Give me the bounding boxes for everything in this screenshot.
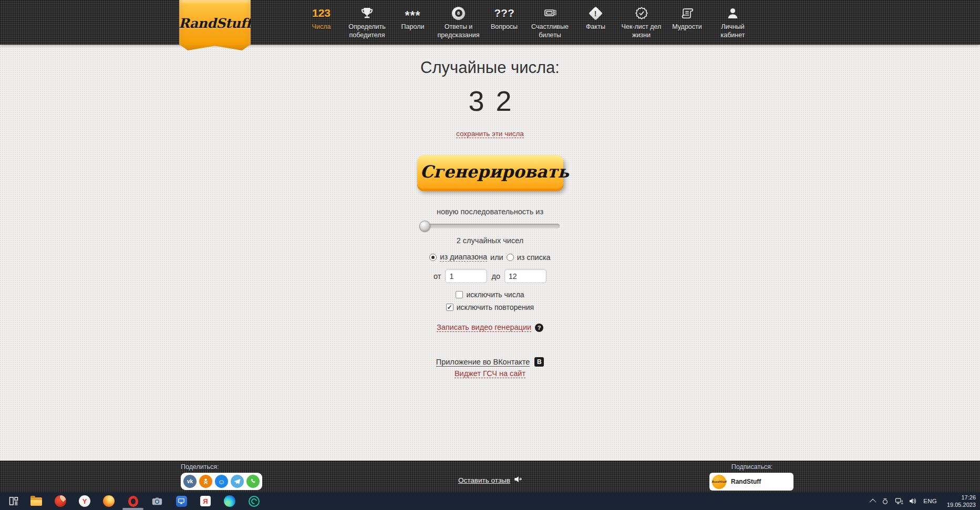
volume-icon[interactable] <box>908 495 917 507</box>
nav-item-wisdom[interactable]: Мудрости <box>664 0 710 45</box>
nav-label-tickets: Счастливые билеты <box>527 23 573 39</box>
exclude-repeats-label[interactable]: исключить повторения <box>457 303 534 311</box>
exclude-numbers-row: исключить числа <box>456 290 524 299</box>
range-radio[interactable] <box>429 254 437 261</box>
page-title: Случайные числа: <box>420 58 560 77</box>
randstuff-logo-icon: RandStuff <box>712 475 726 489</box>
to-label: до <box>491 272 500 280</box>
site-footer: Поделиться: vk ☺ Оставить отзыв <box>0 461 980 493</box>
download-manager-icon[interactable] <box>242 492 266 510</box>
start-button[interactable] <box>3 492 24 510</box>
share-label: Поделиться: <box>181 463 262 471</box>
nav-item-passwords[interactable]: *** Пароли <box>390 0 436 45</box>
generated-number-1: 3 <box>468 85 484 117</box>
firefox-icon[interactable] <box>97 492 121 510</box>
nav-label-winner: Определить победителя <box>344 23 390 39</box>
list-radio-label[interactable]: из списка <box>517 253 551 262</box>
subscribe-widget-name: RandStuff <box>731 478 761 485</box>
slider-track[interactable] <box>420 224 560 228</box>
yandex-browser-icon[interactable]: Y <box>73 492 97 510</box>
scroll-icon <box>680 5 694 22</box>
nav-item-numbers[interactable]: 123 Числа <box>298 0 344 45</box>
from-input[interactable] <box>445 269 487 283</box>
trophy-icon <box>360 5 374 22</box>
nav-item-facts[interactable]: ! Факты <box>573 0 618 45</box>
yandex-icon[interactable]: Я <box>193 492 218 510</box>
list-radio[interactable] <box>507 254 514 261</box>
nav-label-wisdom: Мудрости <box>672 23 702 32</box>
source-radio-group: из диапазона или из списка <box>429 253 550 262</box>
nav-item-answers[interactable]: 8 Ответы и предсказания <box>436 0 481 45</box>
count-caption: 2 случайных чисел <box>457 236 523 245</box>
main-content: Случайные числа: 3 2 сохранить эти числа… <box>0 45 980 461</box>
exclamation-diamond-icon: ! <box>589 6 603 20</box>
nav-item-account[interactable]: Личный кабинет <box>710 0 756 45</box>
generated-number-2: 2 <box>496 85 512 117</box>
exclude-repeats-row: исключить повторения <box>446 303 534 311</box>
slider-knob[interactable] <box>419 221 430 232</box>
taskbar-apps: Y Я <box>0 492 266 510</box>
nav-label-checklist: Чек-лист дел жизни <box>618 23 664 39</box>
nav-item-winner[interactable]: Определить победителя <box>344 0 390 45</box>
tray-expand-chevron[interactable] <box>870 498 876 505</box>
opera-icon[interactable] <box>121 492 145 510</box>
file-explorer-icon[interactable] <box>24 492 48 510</box>
feedback-link[interactable]: Оставить отзыв <box>458 476 510 484</box>
taskbar: Y Я ENG 17:26 <box>0 492 980 510</box>
subscribe-block: Подписаться: RandStuff RandStuff <box>709 463 795 491</box>
nav-label-answers: Ответы и предсказания <box>436 23 481 39</box>
nav-item-tickets[interactable]: Счастливые билеты <box>527 0 573 45</box>
sequence-caption: новую последовательность из <box>437 207 543 216</box>
exclude-numbers-checkbox[interactable] <box>456 291 463 298</box>
nav-label-passwords: Пароли <box>401 23 425 32</box>
tray-app-icon[interactable] <box>881 495 890 507</box>
save-numbers-link[interactable]: сохранить эти числа <box>456 130 524 138</box>
to-input[interactable] <box>504 269 546 283</box>
video-row: Записать видео генерации ? <box>437 323 543 332</box>
megaphone-icon <box>514 475 522 485</box>
exclude-repeats-checkbox[interactable] <box>446 304 453 311</box>
language-indicator[interactable]: ENG <box>922 498 938 504</box>
eight-ball-icon: 8 <box>452 7 465 20</box>
vk-icon[interactable]: В <box>534 357 544 367</box>
numbers-123-icon: 123 <box>312 7 331 19</box>
ccleaner-icon[interactable] <box>48 492 73 510</box>
record-video-link[interactable]: Записать видео генерации <box>437 323 531 332</box>
logo-text: RandStuff <box>179 16 251 31</box>
tray-time: 17:26 <box>943 494 976 501</box>
nav-item-checklist[interactable]: Чек-лист дел жизни <box>618 0 664 45</box>
range-inputs: от до <box>434 269 546 283</box>
vk-app-row: Приложение во ВКонтакте В <box>436 357 544 367</box>
question-marks-icon: ??? <box>494 7 514 19</box>
screen: RandStuff 123 Числа Определить победител… <box>0 0 980 510</box>
generated-numbers: 3 2 <box>462 85 517 117</box>
remote-desktop-icon[interactable] <box>169 492 193 510</box>
generate-button[interactable]: Сгенерировать <box>417 155 563 189</box>
person-icon <box>726 5 739 22</box>
exclude-numbers-label[interactable]: исключить числа <box>466 290 524 299</box>
nav-label-account: Личный кабинет <box>710 23 756 39</box>
count-slider[interactable] <box>420 221 560 232</box>
vk-app-link[interactable]: Приложение во ВКонтакте <box>436 358 530 367</box>
widget-link[interactable]: Виджет ГСЧ на сайт <box>455 369 525 378</box>
range-radio-label[interactable]: из диапазона <box>440 253 487 262</box>
tray-date: 19.05.2023 <box>943 501 976 508</box>
subscribe-label: Подписаться: <box>709 463 795 471</box>
badge-check-icon <box>635 5 648 22</box>
help-icon[interactable]: ? <box>535 324 543 332</box>
tickets-icon <box>543 5 557 22</box>
system-tray: ENG 17:26 19.05.2023 <box>871 492 980 510</box>
nav-label-facts: Факты <box>586 23 605 32</box>
nav-item-questions[interactable]: ??? Вопросы <box>481 0 527 45</box>
site-header: RandStuff 123 Числа Определить победител… <box>0 0 980 45</box>
network-icon[interactable] <box>894 495 903 507</box>
feedback-block: Оставить отзыв <box>0 475 980 485</box>
subscribe-widget[interactable]: RandStuff RandStuff <box>709 473 793 491</box>
nav-label-numbers: Числа <box>312 23 331 32</box>
screenshot-tool-icon[interactable] <box>145 492 169 510</box>
edge-icon[interactable] <box>218 492 242 510</box>
clock[interactable]: 17:26 19.05.2023 <box>943 494 976 509</box>
nav-label-questions: Вопросы <box>491 23 518 32</box>
logo[interactable]: RandStuff <box>179 0 251 51</box>
from-label: от <box>434 272 441 280</box>
